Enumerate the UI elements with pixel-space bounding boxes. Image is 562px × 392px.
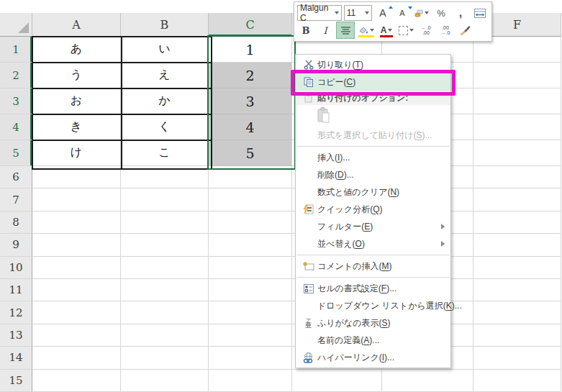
cell[interactable] bbox=[473, 234, 561, 256]
cell[interactable] bbox=[473, 88, 561, 114]
font-size-select[interactable]: 11 bbox=[344, 5, 372, 21]
select-all-corner[interactable] bbox=[0, 13, 32, 37]
cell[interactable] bbox=[209, 166, 292, 188]
cell-a5[interactable]: け bbox=[32, 140, 121, 166]
cell-c1-active[interactable]: 1 bbox=[209, 37, 292, 63]
cell[interactable] bbox=[121, 370, 209, 392]
row-header[interactable]: 2 bbox=[0, 63, 32, 88]
cell-a4[interactable]: き bbox=[32, 114, 121, 140]
row-header[interactable]: 15 bbox=[0, 370, 32, 392]
cell-c3[interactable]: 3 bbox=[209, 88, 292, 114]
cell[interactable] bbox=[473, 301, 561, 324]
percent-style-button[interactable]: % bbox=[432, 5, 450, 21]
cell[interactable] bbox=[121, 324, 209, 347]
cell-a2[interactable]: う bbox=[32, 63, 121, 88]
menu-item-show-phonetic[interactable]: ア亜 ふりがなの表示(S) bbox=[296, 314, 450, 332]
menu-item-define-name[interactable]: 名前の定義(A)... bbox=[296, 332, 450, 349]
row-header[interactable]: 8 bbox=[0, 211, 32, 234]
row-header[interactable]: 10 bbox=[0, 257, 32, 279]
cell[interactable] bbox=[292, 370, 382, 392]
cell-c4[interactable]: 4 bbox=[209, 114, 292, 140]
accounting-format-button[interactable] bbox=[413, 5, 430, 21]
menu-item-quick-analysis[interactable]: クイック分析(Q) bbox=[296, 201, 450, 218]
cell[interactable] bbox=[32, 166, 121, 188]
row-header[interactable]: 11 bbox=[0, 279, 32, 301]
row-header[interactable]: 9 bbox=[0, 234, 32, 256]
row-header[interactable]: 13 bbox=[0, 324, 32, 347]
menu-item-cut[interactable]: 切り取り(T) bbox=[296, 56, 450, 73]
cell[interactable] bbox=[32, 257, 121, 279]
cell-c5[interactable]: 5 bbox=[209, 140, 292, 166]
menu-item-sort[interactable]: 並べ替え(O) bbox=[296, 235, 450, 252]
cell-b1[interactable]: い bbox=[121, 37, 209, 63]
row-header[interactable]: 1 bbox=[0, 37, 32, 63]
menu-item-delete[interactable]: 削除(D)... bbox=[296, 166, 450, 183]
cell-b3[interactable]: か bbox=[121, 88, 209, 114]
cell[interactable] bbox=[209, 347, 292, 369]
cell[interactable] bbox=[121, 301, 209, 324]
format-painter-button[interactable] bbox=[456, 22, 473, 38]
menu-item-filter[interactable]: フィルター(E) bbox=[296, 218, 450, 235]
cell[interactable] bbox=[209, 301, 292, 324]
cell[interactable] bbox=[473, 114, 561, 140]
cell-a3[interactable]: お bbox=[32, 88, 121, 114]
menu-item-insert-comment[interactable]: コメントの挿入(M) bbox=[296, 257, 450, 275]
row-header[interactable]: 6 bbox=[0, 166, 32, 188]
cell[interactable] bbox=[32, 279, 121, 301]
cell[interactable] bbox=[121, 211, 209, 234]
bold-button[interactable]: B bbox=[297, 22, 314, 38]
cell[interactable] bbox=[32, 347, 121, 369]
italic-button[interactable]: I bbox=[317, 22, 334, 38]
column-header-c[interactable]: C bbox=[209, 13, 292, 37]
comma-style-button[interactable]: , bbox=[452, 5, 469, 21]
cell[interactable] bbox=[121, 188, 209, 211]
row-header[interactable]: 5 bbox=[0, 140, 32, 166]
increase-font-size-button[interactable]: A bbox=[374, 5, 391, 21]
center-align-button[interactable] bbox=[336, 22, 355, 39]
cell[interactable] bbox=[473, 347, 561, 369]
cell[interactable] bbox=[473, 166, 561, 188]
cell[interactable] bbox=[121, 166, 209, 188]
cell[interactable] bbox=[32, 324, 121, 347]
column-header-a[interactable]: A bbox=[32, 13, 121, 37]
cell[interactable] bbox=[32, 370, 121, 392]
cell[interactable] bbox=[121, 234, 209, 256]
cell-c2[interactable]: 2 bbox=[209, 63, 292, 88]
cell[interactable] bbox=[121, 279, 209, 301]
menu-item-copy[interactable]: コピー(C) bbox=[296, 73, 450, 91]
cell[interactable] bbox=[473, 279, 561, 301]
menu-item-insert[interactable]: 挿入(I)... bbox=[296, 149, 450, 166]
row-header[interactable]: 14 bbox=[0, 347, 32, 369]
column-header-b[interactable]: B bbox=[121, 13, 209, 37]
menu-item-format-cells[interactable]: セルの書式設定(F)... bbox=[296, 280, 450, 297]
cell[interactable] bbox=[473, 370, 561, 392]
cell-b4[interactable]: く bbox=[121, 114, 209, 140]
cell[interactable] bbox=[209, 234, 292, 256]
row-header[interactable]: 3 bbox=[0, 88, 32, 114]
cell[interactable] bbox=[382, 370, 473, 392]
format-table-button[interactable] bbox=[471, 5, 489, 21]
font-name-select[interactable]: Malgun C bbox=[297, 5, 342, 21]
cell[interactable] bbox=[473, 211, 561, 234]
cell[interactable] bbox=[473, 324, 561, 347]
cell[interactable] bbox=[209, 324, 292, 347]
cell[interactable] bbox=[473, 188, 561, 211]
cell[interactable] bbox=[121, 257, 209, 279]
cell[interactable] bbox=[32, 211, 121, 234]
decrease-font-size-button[interactable]: A bbox=[394, 5, 411, 21]
row-header[interactable]: 4 bbox=[0, 114, 32, 140]
cell-a1[interactable]: あ bbox=[32, 37, 121, 63]
borders-button[interactable] bbox=[397, 22, 415, 38]
cell-b5[interactable]: こ bbox=[121, 140, 209, 166]
cell[interactable] bbox=[32, 234, 121, 256]
cell[interactable] bbox=[473, 140, 561, 166]
cell[interactable] bbox=[209, 370, 292, 392]
menu-item-hyperlink[interactable]: ハイパーリンク(I)... bbox=[296, 349, 450, 366]
menu-item-clear-contents[interactable]: 数式と値のクリア(N) bbox=[296, 183, 450, 201]
font-color-button[interactable]: A bbox=[378, 22, 395, 38]
row-header[interactable]: 12 bbox=[0, 301, 32, 324]
menu-item-pick-from-dropdown[interactable]: ドロップダウン リストから選択(K)... bbox=[296, 297, 450, 314]
cell[interactable] bbox=[209, 257, 292, 279]
cell[interactable] bbox=[473, 63, 561, 88]
row-header[interactable]: 7 bbox=[0, 188, 32, 211]
